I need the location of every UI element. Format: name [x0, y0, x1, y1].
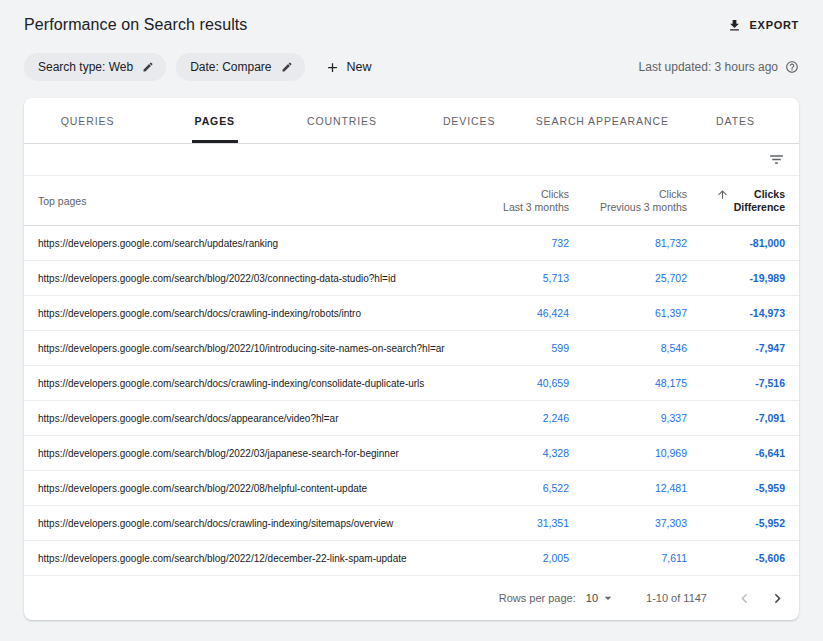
clicks-last-value: 31,351: [479, 517, 569, 529]
clicks-last-value: 2,246: [479, 412, 569, 424]
column-header-line: Last 3 months: [503, 201, 569, 214]
pagination-range: 1-10 of 1147: [646, 592, 707, 604]
tab-dates-label: DATES: [713, 98, 758, 143]
table-row[interactable]: https://developers.google.com/search/blo…: [24, 541, 799, 576]
clicks-previous-value: 7,611: [575, 552, 687, 564]
table-row[interactable]: https://developers.google.com/search/blo…: [24, 261, 799, 296]
export-button[interactable]: EXPORT: [727, 18, 799, 33]
clicks-difference-value: -7,516: [693, 377, 785, 389]
last-updated-text: Last updated: 3 hours ago: [639, 60, 778, 74]
tab-search-appearance[interactable]: SEARCH APPEARANCE: [533, 98, 672, 143]
table-row[interactable]: https://developers.google.com/search/upd…: [24, 226, 799, 261]
tab-queries[interactable]: QUERIES: [24, 98, 151, 143]
table-row[interactable]: https://developers.google.com/search/blo…: [24, 331, 799, 366]
filter-bar: Search type: Web Date: Compare New Last …: [24, 52, 799, 82]
top-bar: Performance on Search results EXPORT: [24, 10, 799, 40]
page-url[interactable]: https://developers.google.com/search/blo…: [38, 273, 473, 284]
table-row[interactable]: https://developers.google.com/search/doc…: [24, 296, 799, 331]
page-url[interactable]: https://developers.google.com/search/blo…: [38, 553, 473, 564]
clicks-previous-value: 8,546: [575, 342, 687, 354]
last-updated-area: Last updated: 3 hours ago: [639, 60, 799, 74]
column-header-line: Clicks: [503, 188, 569, 201]
clicks-difference-value: -5,959: [693, 482, 785, 494]
clicks-previous-value: 9,337: [575, 412, 687, 424]
clicks-last-value: 6,522: [479, 482, 569, 494]
new-filter-button[interactable]: New: [325, 60, 372, 75]
page-url[interactable]: https://developers.google.com/search/doc…: [38, 413, 473, 424]
clicks-difference-value: -6,641: [693, 447, 785, 459]
date-compare-chip-label: Date: Compare: [190, 60, 271, 74]
clicks-previous-value: 37,303: [575, 517, 687, 529]
table-row[interactable]: https://developers.google.com/search/doc…: [24, 366, 799, 401]
table-row[interactable]: https://developers.google.com/search/doc…: [24, 401, 799, 436]
column-header-line: Clicks: [600, 188, 687, 201]
table-row[interactable]: https://developers.google.com/search/blo…: [24, 436, 799, 471]
caret-down-icon: [600, 590, 616, 606]
page-title: Performance on Search results: [24, 16, 247, 34]
tab-devices[interactable]: DEVICES: [406, 98, 533, 143]
tab-queries-label: QUERIES: [58, 98, 118, 143]
search-type-chip-label: Search type: Web: [38, 60, 133, 74]
tab-dates[interactable]: DATES: [672, 98, 799, 143]
page-url[interactable]: https://developers.google.com/search/doc…: [38, 378, 473, 389]
tab-countries[interactable]: COUNTRIES: [278, 98, 405, 143]
page-url[interactable]: https://developers.google.com/search/blo…: [38, 448, 473, 459]
clicks-last-value: 5,713: [479, 272, 569, 284]
table-row[interactable]: https://developers.google.com/search/doc…: [24, 506, 799, 541]
clicks-difference-value: -7,091: [693, 412, 785, 424]
column-header-line: Difference: [734, 201, 785, 214]
help-circle-icon[interactable]: [785, 60, 799, 74]
clicks-previous-value: 81,732: [575, 237, 687, 249]
clicks-previous-value: 12,481: [575, 482, 687, 494]
prev-page-button[interactable]: [735, 589, 754, 608]
date-compare-chip[interactable]: Date: Compare: [176, 53, 304, 81]
clicks-last-value: 40,659: [479, 377, 569, 389]
chevron-left-icon: [735, 589, 754, 608]
page-url[interactable]: https://developers.google.com/search/doc…: [38, 308, 473, 319]
table-header-row: Top pages Clicks Last 3 months Clicks Pr…: [24, 176, 799, 226]
column-header-clicks-last[interactable]: Clicks Last 3 months: [503, 188, 569, 214]
page-url[interactable]: https://developers.google.com/search/blo…: [38, 483, 473, 494]
filter-list-icon: [768, 151, 785, 168]
download-icon: [727, 18, 742, 33]
clicks-last-value: 599: [479, 342, 569, 354]
plus-icon: [325, 60, 340, 75]
clicks-difference-value: -7,947: [693, 342, 785, 354]
filter-table-button[interactable]: [768, 151, 785, 168]
page-url[interactable]: https://developers.google.com/search/blo…: [38, 343, 473, 354]
column-header-clicks-previous[interactable]: Clicks Previous 3 months: [600, 188, 687, 214]
table-row[interactable]: https://developers.google.com/search/blo…: [24, 471, 799, 506]
chevron-right-icon: [768, 589, 787, 608]
filter-chips: Search type: Web Date: Compare New: [24, 53, 372, 81]
tab-search-appearance-label: SEARCH APPEARANCE: [533, 98, 672, 143]
rows-per-page-label: Rows per page:: [499, 592, 576, 604]
tab-countries-label: COUNTRIES: [304, 98, 380, 143]
pencil-icon: [281, 61, 293, 73]
page-url[interactable]: https://developers.google.com/search/upd…: [38, 238, 473, 249]
clicks-previous-value: 25,702: [575, 272, 687, 284]
next-page-button[interactable]: [768, 589, 787, 608]
clicks-previous-value: 61,397: [575, 307, 687, 319]
performance-page: Performance on Search results EXPORT Sea…: [0, 0, 823, 620]
rows-per-page-select[interactable]: 10: [586, 590, 616, 606]
export-label: EXPORT: [750, 19, 799, 31]
performance-table-card: QUERIES PAGES COUNTRIES DEVICES SEARCH A…: [24, 98, 799, 620]
page-url[interactable]: https://developers.google.com/search/doc…: [38, 518, 473, 529]
tab-pages-label: PAGES: [192, 98, 238, 143]
table-toolbar: [24, 144, 799, 176]
clicks-previous-value: 10,969: [575, 447, 687, 459]
clicks-last-value: 2,005: [479, 552, 569, 564]
search-type-chip[interactable]: Search type: Web: [24, 53, 166, 81]
column-header-line: Previous 3 months: [600, 201, 687, 214]
clicks-previous-value: 48,175: [575, 377, 687, 389]
table-body: https://developers.google.com/search/upd…: [24, 226, 799, 576]
clicks-difference-value: -5,952: [693, 517, 785, 529]
dimension-tabs: QUERIES PAGES COUNTRIES DEVICES SEARCH A…: [24, 98, 799, 144]
clicks-difference-value: -14,973: [693, 307, 785, 319]
clicks-difference-value: -5,606: [693, 552, 785, 564]
rows-per-page-value: 10: [586, 592, 598, 604]
column-header-clicks-difference[interactable]: Clicks Difference: [693, 188, 785, 214]
column-header-top-pages[interactable]: Top pages: [38, 195, 473, 207]
tab-pages[interactable]: PAGES: [151, 98, 278, 143]
arrow-up-icon: [716, 188, 729, 201]
